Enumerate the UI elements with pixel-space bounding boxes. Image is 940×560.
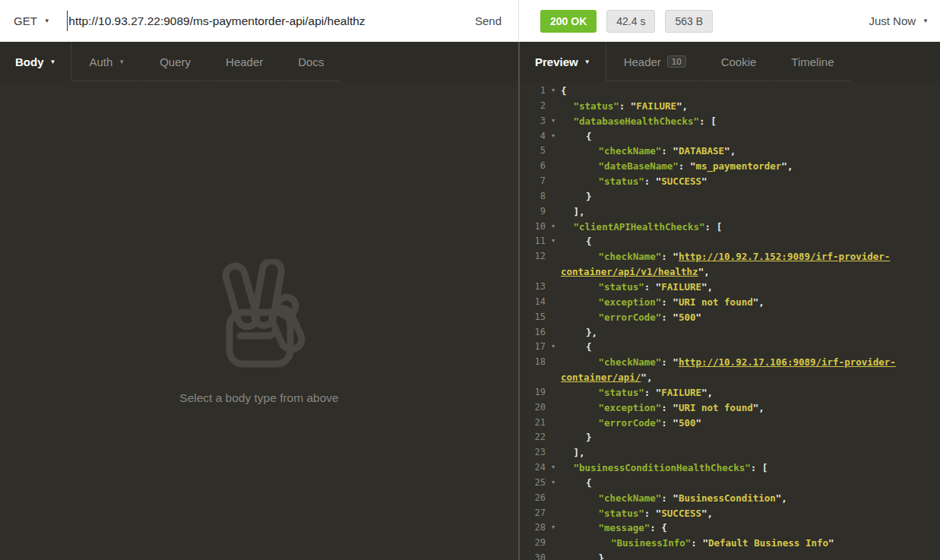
code-line: 14"exception": "URI not found", xyxy=(520,295,940,310)
code-line: 26"checkName": "BusinessCondition", xyxy=(520,491,940,506)
code-token: " xyxy=(673,417,679,429)
code-token: : xyxy=(644,508,656,519)
code-text: { xyxy=(561,476,592,491)
code-text: "checkName": "http://10.92.7.152:9089/ir… xyxy=(561,249,890,264)
tab-body[interactable]: Body▼ xyxy=(0,42,71,81)
line-number: 2 xyxy=(520,99,546,114)
code-line: 21"errorCode": "500" xyxy=(520,416,940,431)
tab-query[interactable]: Query xyxy=(142,42,208,81)
tab-label: Query xyxy=(160,55,191,68)
code-line: 24▼"businessConditionHealthChecks": [ xyxy=(520,460,940,476)
fold-gutter xyxy=(546,280,561,295)
fold-arrow-icon[interactable]: ▼ xyxy=(546,129,561,144)
code-token: " xyxy=(673,312,679,323)
fold-arrow-icon[interactable]: ▼ xyxy=(546,220,561,235)
line-number: 8 xyxy=(520,189,546,204)
code-text: "checkName": "DATABASE", xyxy=(561,144,736,159)
code-line: 20"exception": "URI not found", xyxy=(520,400,940,416)
url-link[interactable]: http://10.92.17.106:9089/irf-provider- xyxy=(679,356,896,368)
code-token: : xyxy=(661,492,673,504)
peace-hand-icon xyxy=(211,259,307,370)
code-token: : xyxy=(661,312,673,323)
fold-gutter xyxy=(546,204,561,220)
line-number: 27 xyxy=(520,506,546,521)
code-token: } xyxy=(586,191,592,202)
fold-arrow-icon[interactable]: ▼ xyxy=(546,340,561,355)
request-pane: Body▼Auth▼QueryHeaderDocs Select a body … xyxy=(0,42,518,560)
code-token: , xyxy=(682,100,688,112)
fold-arrow-icon[interactable]: ▼ xyxy=(546,234,561,249)
fold-gutter xyxy=(546,430,561,445)
response-pane: Preview▼Header10CookieTimeline 1▼{2"stat… xyxy=(518,42,940,560)
tab-auth[interactable]: Auth▼ xyxy=(71,42,142,81)
code-text: container/api/v1/healthz", xyxy=(561,264,710,280)
fold-gutter xyxy=(546,174,561,189)
code-line: 7"status": "SUCCESS" xyxy=(520,174,940,189)
code-token: { xyxy=(586,236,592,247)
code-token: "message" xyxy=(599,522,650,533)
code-text: "businessConditionHealthChecks": [ xyxy=(561,460,768,476)
line-number: 21 xyxy=(520,416,546,431)
code-token: , xyxy=(758,296,764,308)
code-token: : xyxy=(644,281,656,293)
url-input[interactable] xyxy=(68,14,458,28)
line-number: 26 xyxy=(520,491,546,506)
code-token: BusinessCondition xyxy=(679,492,776,504)
line-number: 9 xyxy=(520,204,546,220)
code-token: " xyxy=(673,145,679,157)
tab-label: Preview xyxy=(535,55,578,68)
code-token: " xyxy=(781,160,787,172)
code-token: : xyxy=(619,100,631,112)
fold-gutter xyxy=(546,249,561,264)
code-token: " xyxy=(724,145,730,157)
fold-gutter xyxy=(546,355,561,370)
tab-header[interactable]: Header xyxy=(208,42,280,81)
tab-label: Auth xyxy=(89,55,112,68)
code-text: ], xyxy=(561,204,585,220)
chevron-down-icon: ▼ xyxy=(119,59,125,65)
chevron-down-icon: ▼ xyxy=(44,17,50,24)
fold-arrow-icon[interactable]: ▼ xyxy=(546,520,561,536)
code-line: 10▼"clientAPIHealthChecks": [ xyxy=(520,220,940,235)
code-token: "businessConditionHealthChecks" xyxy=(574,462,751,473)
code-token: { xyxy=(586,477,592,489)
tab-timeline[interactable]: Timeline xyxy=(774,42,851,81)
tab-preview[interactable]: Preview▼ xyxy=(520,42,606,81)
url-link[interactable]: http://10.92.7.152:9089/irf-provider- xyxy=(679,251,890,262)
url-link[interactable]: container/api/ xyxy=(561,372,641,383)
fold-arrow-icon[interactable]: ▼ xyxy=(546,84,561,99)
line-number: 30 xyxy=(520,551,546,560)
code-line: 16}, xyxy=(520,325,940,340)
code-text: "checkName": "http://10.92.17.106:9089/i… xyxy=(561,355,896,370)
line-number: 22 xyxy=(520,430,546,445)
code-token: , xyxy=(707,387,714,398)
code-token: { xyxy=(586,131,592,142)
code-token: "databaseHealthChecks" xyxy=(574,115,700,127)
code-token: "checkName" xyxy=(599,251,662,262)
code-line: 19"status": "FAILURE", xyxy=(520,385,940,400)
tab-cookie[interactable]: Cookie xyxy=(704,42,774,81)
code-token: "checkName" xyxy=(599,492,662,504)
tab-header[interactable]: Header10 xyxy=(606,42,704,81)
code-token: " xyxy=(701,387,707,398)
tab-docs[interactable]: Docs xyxy=(280,42,341,81)
fold-gutter xyxy=(546,325,561,340)
code-line: container/api/v1/healthz", xyxy=(520,264,940,280)
response-history-dropdown[interactable]: Just Now ▼ xyxy=(869,14,929,27)
fold-arrow-icon[interactable]: ▼ xyxy=(546,460,561,476)
url-link[interactable]: container/api/v1/healthz xyxy=(561,266,698,277)
fold-gutter xyxy=(546,370,561,385)
code-token: "status" xyxy=(599,281,644,293)
code-token: " xyxy=(673,356,679,368)
tab-label: Header xyxy=(624,55,661,68)
fold-gutter xyxy=(546,445,561,460)
code-token: URI not found xyxy=(679,296,753,308)
method-dropdown[interactable]: GET ▼ xyxy=(14,14,50,27)
code-token: : { xyxy=(650,522,667,533)
line-number: 4 xyxy=(520,129,546,144)
fold-arrow-icon[interactable]: ▼ xyxy=(546,476,561,491)
send-button[interactable]: Send xyxy=(458,14,518,27)
line-number: 11 xyxy=(520,234,546,249)
line-number: 25 xyxy=(520,476,546,491)
fold-arrow-icon[interactable]: ▼ xyxy=(546,114,561,129)
